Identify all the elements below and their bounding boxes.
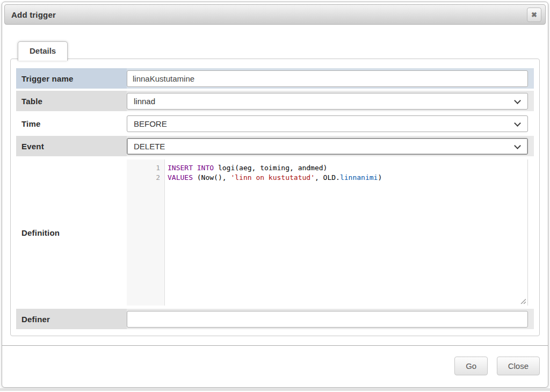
definition-label: Definition [16,158,127,307]
dialog-titlebar[interactable]: Add trigger ✖ [4,4,546,25]
dialog-button-pane: Go Close [2,345,548,375]
line-number: 1 [127,163,160,173]
time-select[interactable]: BEFORE [127,115,528,132]
add-trigger-dialog: Add trigger ✖ Details Trigger name Table… [2,2,548,388]
table-row: Table linnad [16,91,534,111]
trigger-name-label: Trigger name [16,68,127,89]
dialog-close-button[interactable]: ✖ [527,8,541,22]
event-select[interactable]: DELETE [127,138,528,155]
time-select-value: BEFORE [134,119,167,128]
time-label: Time [16,113,127,134]
close-button[interactable]: Close [497,357,540,375]
trigger-name-row: Trigger name [16,68,534,89]
chevron-down-icon [514,142,521,149]
editor-gutter: 12 [127,159,165,306]
event-row: Event DELETE [16,136,534,156]
editor-code[interactable]: INSERT INTO logi(aeg, toiming, andmed)VA… [165,159,527,306]
code-line: VALUES (Now(), 'linn on kustutatud', OLD… [168,173,525,183]
definer-row: Definer [16,309,534,329]
definer-label: Definer [16,309,127,329]
chevron-down-icon [514,120,521,127]
page-background: Add trigger ✖ Details Trigger name Table… [0,0,550,392]
definer-input[interactable] [127,311,528,328]
table-label: Table [16,91,127,111]
go-button[interactable]: Go [454,357,488,375]
trigger-name-input[interactable] [127,70,528,87]
tab-bar: Details [18,41,548,61]
time-row: Time BEFORE [16,113,534,134]
definition-editor[interactable]: 12 INSERT INTO logi(aeg, toiming, andmed… [127,159,528,306]
line-number: 2 [127,173,160,183]
table-select[interactable]: linnad [127,93,528,110]
details-panel: Trigger name Table linnad Time [10,59,540,336]
chevron-down-icon [514,97,521,104]
event-label: Event [16,136,127,156]
resize-handle-icon[interactable] [520,298,526,304]
tab-details[interactable]: Details [18,41,68,61]
event-select-value: DELETE [134,142,165,151]
dialog-title: Add trigger [11,5,56,25]
table-select-value: linnad [134,97,155,106]
page-bottom-strip [0,388,550,391]
code-line: INSERT INTO logi(aeg, toiming, andmed) [168,163,525,173]
definition-row: Definition 12 INSERT INTO logi(aeg, toim… [16,158,534,307]
close-icon: ✖ [531,11,537,18]
